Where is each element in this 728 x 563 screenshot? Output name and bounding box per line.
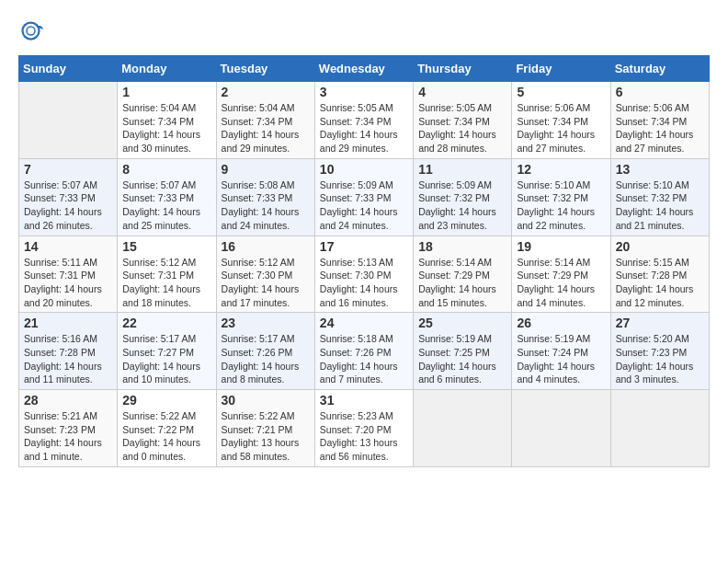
day-number: 14 [24, 239, 112, 254]
day-number: 25 [418, 316, 506, 330]
calendar-cell: 19 Sunrise: 5:14 AM Sunset: 7:29 PM Dayl… [512, 236, 610, 313]
day-info: Sunrise: 5:15 AM Sunset: 7:28 PM Dayligh… [616, 256, 704, 310]
calendar-cell: 23 Sunrise: 5:17 AM Sunset: 7:26 PM Dayl… [216, 313, 314, 390]
day-info: Sunrise: 5:12 AM Sunset: 7:31 PM Dayligh… [122, 256, 210, 310]
day-header-wednesday: Wednesday [314, 56, 413, 82]
day-number: 11 [418, 162, 506, 177]
day-number: 6 [616, 85, 704, 99]
day-number: 27 [616, 316, 704, 330]
calendar-cell: 10 Sunrise: 5:09 AM Sunset: 7:33 PM Dayl… [314, 158, 413, 236]
day-info: Sunrise: 5:22 AM Sunset: 7:21 PM Dayligh… [222, 409, 310, 464]
day-info: Sunrise: 5:13 AM Sunset: 7:30 PM Dayligh… [320, 256, 408, 310]
svg-point-1 [27, 27, 35, 35]
day-number: 18 [418, 239, 506, 254]
calendar-cell: 26 Sunrise: 5:19 AM Sunset: 7:24 PM Dayl… [512, 313, 610, 390]
svg-point-0 [23, 23, 40, 40]
calendar-cell [19, 82, 118, 159]
day-number: 16 [222, 239, 310, 254]
day-info: Sunrise: 5:08 AM Sunset: 7:33 PM Dayligh… [222, 178, 310, 233]
calendar-cell: 18 Sunrise: 5:14 AM Sunset: 7:29 PM Dayl… [414, 236, 512, 313]
day-info: Sunrise: 5:10 AM Sunset: 7:32 PM Dayligh… [517, 178, 605, 233]
day-number: 21 [24, 316, 112, 330]
day-number: 22 [122, 316, 210, 330]
calendar-cell [610, 390, 709, 467]
logo-icon [18, 18, 46, 46]
day-info: Sunrise: 5:17 AM Sunset: 7:27 PM Dayligh… [122, 332, 210, 386]
calendar-cell [512, 390, 610, 467]
day-info: Sunrise: 5:07 AM Sunset: 7:33 PM Dayligh… [122, 178, 210, 233]
day-number: 24 [320, 316, 408, 330]
calendar-cell: 31 Sunrise: 5:23 AM Sunset: 7:20 PM Dayl… [314, 390, 413, 467]
calendar-cell: 4 Sunrise: 5:05 AM Sunset: 7:34 PM Dayli… [414, 82, 512, 159]
day-number: 19 [517, 239, 605, 254]
week-row-2: 7 Sunrise: 5:07 AM Sunset: 7:33 PM Dayli… [19, 158, 710, 236]
day-info: Sunrise: 5:05 AM Sunset: 7:34 PM Dayligh… [418, 101, 506, 155]
day-number: 29 [122, 393, 210, 408]
day-info: Sunrise: 5:14 AM Sunset: 7:29 PM Dayligh… [418, 256, 506, 310]
day-info: Sunrise: 5:05 AM Sunset: 7:34 PM Dayligh… [320, 101, 408, 155]
day-number: 15 [122, 239, 210, 254]
day-header-saturday: Saturday [610, 56, 709, 82]
week-row-3: 14 Sunrise: 5:11 AM Sunset: 7:31 PM Dayl… [19, 236, 710, 313]
day-info: Sunrise: 5:07 AM Sunset: 7:33 PM Dayligh… [24, 178, 112, 233]
day-info: Sunrise: 5:19 AM Sunset: 7:25 PM Dayligh… [418, 332, 506, 386]
day-info: Sunrise: 5:04 AM Sunset: 7:34 PM Dayligh… [222, 101, 310, 155]
day-number: 26 [517, 316, 605, 330]
calendar-cell: 17 Sunrise: 5:13 AM Sunset: 7:30 PM Dayl… [314, 236, 413, 313]
calendar-cell: 11 Sunrise: 5:09 AM Sunset: 7:32 PM Dayl… [414, 158, 512, 236]
day-number: 30 [222, 393, 310, 408]
day-info: Sunrise: 5:17 AM Sunset: 7:26 PM Dayligh… [222, 332, 310, 386]
day-info: Sunrise: 5:20 AM Sunset: 7:23 PM Dayligh… [616, 332, 704, 386]
calendar-cell: 1 Sunrise: 5:04 AM Sunset: 7:34 PM Dayli… [118, 82, 216, 159]
calendar-cell: 20 Sunrise: 5:15 AM Sunset: 7:28 PM Dayl… [610, 236, 709, 313]
day-header-tuesday: Tuesday [216, 56, 314, 82]
day-number: 3 [320, 85, 408, 99]
day-number: 9 [222, 162, 310, 177]
day-info: Sunrise: 5:06 AM Sunset: 7:34 PM Dayligh… [616, 101, 704, 155]
calendar-cell: 30 Sunrise: 5:22 AM Sunset: 7:21 PM Dayl… [216, 390, 314, 467]
day-info: Sunrise: 5:16 AM Sunset: 7:28 PM Dayligh… [24, 332, 112, 386]
day-number: 1 [122, 85, 210, 99]
day-number: 12 [517, 162, 605, 177]
day-number: 23 [222, 316, 310, 330]
day-number: 4 [418, 85, 506, 99]
calendar-header-row: SundayMondayTuesdayWednesdayThursdayFrid… [19, 56, 710, 82]
day-number: 31 [320, 393, 408, 408]
day-number: 17 [320, 239, 408, 254]
calendar-cell: 3 Sunrise: 5:05 AM Sunset: 7:34 PM Dayli… [314, 82, 413, 159]
calendar-cell: 24 Sunrise: 5:18 AM Sunset: 7:26 PM Dayl… [314, 313, 413, 390]
calendar-table: SundayMondayTuesdayWednesdayThursdayFrid… [18, 55, 710, 467]
day-info: Sunrise: 5:18 AM Sunset: 7:26 PM Dayligh… [320, 332, 408, 386]
day-info: Sunrise: 5:06 AM Sunset: 7:34 PM Dayligh… [517, 101, 605, 155]
calendar-body: 1 Sunrise: 5:04 AM Sunset: 7:34 PM Dayli… [19, 82, 710, 467]
day-info: Sunrise: 5:19 AM Sunset: 7:24 PM Dayligh… [517, 332, 605, 386]
day-header-thursday: Thursday [414, 56, 512, 82]
calendar-cell: 29 Sunrise: 5:22 AM Sunset: 7:22 PM Dayl… [118, 390, 216, 467]
calendar-cell: 27 Sunrise: 5:20 AM Sunset: 7:23 PM Dayl… [610, 313, 709, 390]
day-number: 10 [320, 162, 408, 177]
day-number: 8 [122, 162, 210, 177]
calendar-cell: 6 Sunrise: 5:06 AM Sunset: 7:34 PM Dayli… [610, 82, 709, 159]
calendar-cell: 13 Sunrise: 5:10 AM Sunset: 7:32 PM Dayl… [610, 158, 709, 236]
day-info: Sunrise: 5:14 AM Sunset: 7:29 PM Dayligh… [517, 256, 605, 310]
calendar-cell: 14 Sunrise: 5:11 AM Sunset: 7:31 PM Dayl… [19, 236, 118, 313]
week-row-5: 28 Sunrise: 5:21 AM Sunset: 7:23 PM Dayl… [19, 390, 710, 467]
day-info: Sunrise: 5:09 AM Sunset: 7:33 PM Dayligh… [320, 178, 408, 233]
calendar-cell: 9 Sunrise: 5:08 AM Sunset: 7:33 PM Dayli… [216, 158, 314, 236]
day-number: 13 [616, 162, 704, 177]
day-info: Sunrise: 5:21 AM Sunset: 7:23 PM Dayligh… [24, 409, 112, 464]
day-info: Sunrise: 5:10 AM Sunset: 7:32 PM Dayligh… [616, 178, 704, 233]
calendar-cell [414, 390, 512, 467]
day-info: Sunrise: 5:04 AM Sunset: 7:34 PM Dayligh… [122, 101, 210, 155]
week-row-1: 1 Sunrise: 5:04 AM Sunset: 7:34 PM Dayli… [19, 82, 710, 159]
day-header-sunday: Sunday [19, 56, 118, 82]
calendar-cell: 15 Sunrise: 5:12 AM Sunset: 7:31 PM Dayl… [118, 236, 216, 313]
page-header [18, 18, 710, 46]
calendar-cell: 5 Sunrise: 5:06 AM Sunset: 7:34 PM Dayli… [512, 82, 610, 159]
day-header-monday: Monday [118, 56, 216, 82]
calendar-cell: 2 Sunrise: 5:04 AM Sunset: 7:34 PM Dayli… [216, 82, 314, 159]
calendar-cell: 12 Sunrise: 5:10 AM Sunset: 7:32 PM Dayl… [512, 158, 610, 236]
day-info: Sunrise: 5:22 AM Sunset: 7:22 PM Dayligh… [122, 409, 210, 464]
day-info: Sunrise: 5:11 AM Sunset: 7:31 PM Dayligh… [24, 256, 112, 310]
day-number: 28 [24, 393, 112, 408]
